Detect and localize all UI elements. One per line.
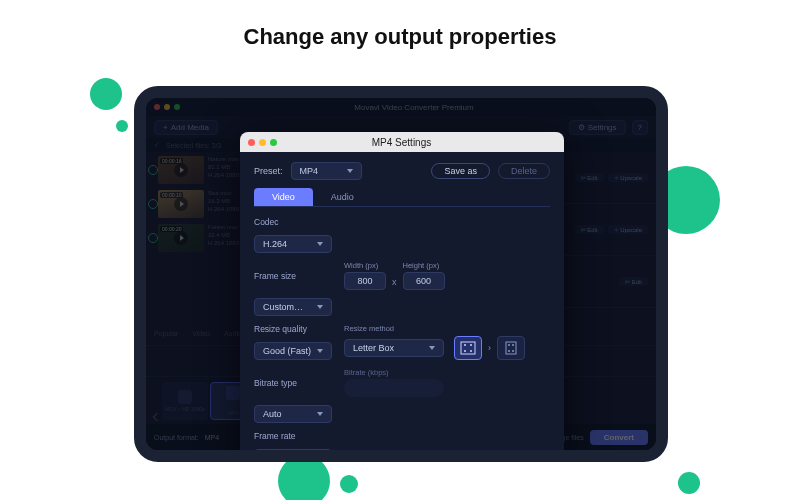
arrow-right-icon: › (488, 343, 491, 353)
delete-button[interactable]: Delete (498, 163, 550, 179)
bitrate-type-select[interactable]: Auto (254, 405, 332, 423)
chevron-down-icon (317, 305, 323, 309)
codec-label: Codec (254, 217, 332, 227)
svg-point-6 (508, 344, 510, 346)
resize-quality-select[interactable]: Good (Fast) (254, 342, 332, 360)
chevron-down-icon (317, 349, 323, 353)
decor-circle (116, 120, 128, 132)
times-icon: x (392, 277, 397, 290)
frame-rate-value: Auto (263, 453, 282, 462)
svg-rect-5 (506, 342, 516, 354)
codec-value: H.264 (263, 239, 287, 249)
device-frame: Movavi Video Converter Premium +Add Medi… (134, 86, 668, 462)
traffic-lights[interactable] (248, 139, 277, 146)
settings-modal: MP4 Settings Preset: MP4 Save as Delete … (240, 132, 564, 462)
preset-value: MP4 (300, 166, 319, 176)
svg-point-9 (512, 350, 514, 352)
width-input[interactable]: 800 (344, 272, 386, 290)
decor-circle (678, 472, 700, 494)
svg-rect-0 (461, 342, 475, 354)
width-label: Width (px) (344, 261, 386, 270)
chevron-down-icon (317, 242, 323, 246)
bitrate-input (344, 379, 444, 397)
chevron-down-icon (347, 169, 353, 173)
aspect-fit-icon[interactable] (454, 336, 482, 360)
svg-point-7 (512, 344, 514, 346)
resize-method-select[interactable]: Letter Box (344, 339, 444, 357)
svg-point-4 (470, 350, 472, 352)
save-as-button[interactable]: Save as (431, 163, 490, 179)
modal-titlebar: MP4 Settings (240, 132, 564, 152)
frame-size-value: Custom… (263, 302, 303, 312)
frame-rate-label: Frame rate (254, 431, 332, 441)
svg-point-1 (464, 344, 466, 346)
codec-select[interactable]: H.264 (254, 235, 332, 253)
preset-label: Preset: (254, 166, 283, 176)
chevron-down-icon (317, 456, 323, 460)
height-label: Height (px) (403, 261, 445, 270)
svg-point-3 (464, 350, 466, 352)
tab-video[interactable]: Video (254, 188, 313, 206)
bitrate-type-label: Bitrate type (254, 378, 332, 388)
settings-tabs: Video Audio (254, 188, 550, 207)
svg-point-2 (470, 344, 472, 346)
frame-size-label: Frame size (254, 271, 332, 281)
svg-point-8 (508, 350, 510, 352)
tab-audio[interactable]: Audio (313, 188, 372, 206)
resize-quality-value: Good (Fast) (263, 346, 311, 356)
chevron-down-icon (429, 346, 435, 350)
frame-rate-select[interactable]: Auto (254, 449, 332, 462)
modal-title: MP4 Settings (277, 137, 526, 148)
decor-circle (90, 78, 122, 110)
bitrate-type-value: Auto (263, 409, 282, 419)
bitrate-label: Bitrate (kbps) (344, 368, 550, 377)
decor-circle (340, 475, 358, 493)
frame-size-select[interactable]: Custom… (254, 298, 332, 316)
resize-quality-label: Resize quality (254, 324, 332, 334)
resize-method-value: Letter Box (353, 343, 394, 353)
height-input[interactable]: 600 (403, 272, 445, 290)
resize-method-label: Resize method (344, 324, 550, 333)
preset-select[interactable]: MP4 (291, 162, 362, 180)
chevron-down-icon (317, 412, 323, 416)
page-heading: Change any output properties (0, 0, 800, 68)
aspect-fill-icon[interactable] (497, 336, 525, 360)
